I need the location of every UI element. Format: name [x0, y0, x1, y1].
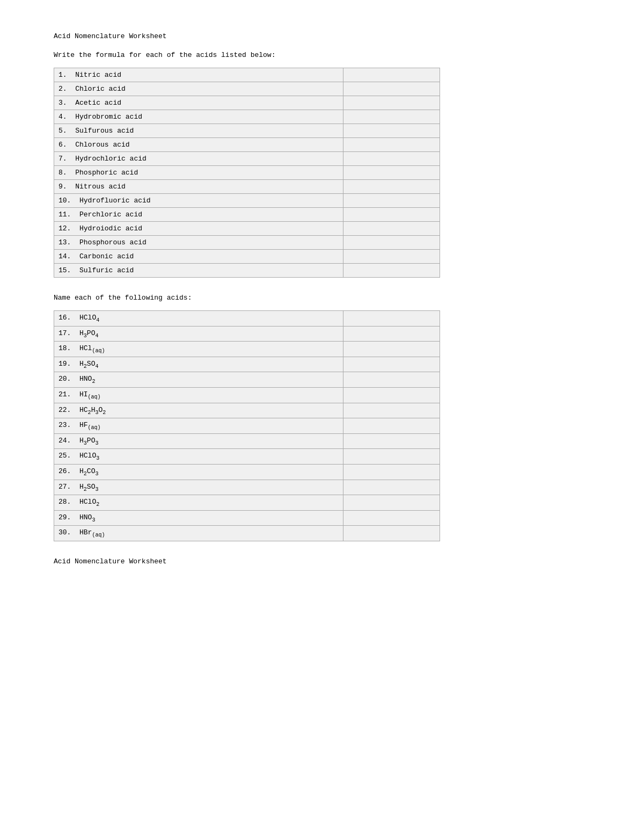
table-row: 24. H3PO3: [54, 433, 440, 449]
answer-cell[interactable]: [343, 433, 440, 449]
table-row: 27. H2SO3: [54, 480, 440, 495]
row-label: 13. Phosphorous acid: [54, 236, 343, 250]
row-formula: 23. HF(aq): [54, 418, 343, 434]
row-label: 5. Sulfurous acid: [54, 124, 343, 138]
answer-cell[interactable]: [343, 510, 440, 526]
row-label: 12. Hydroiodic acid: [54, 222, 343, 236]
answer-cell[interactable]: [343, 82, 440, 96]
table-row: 23. HF(aq): [54, 418, 440, 434]
table-row: 5. Sulfurous acid: [54, 124, 440, 138]
row-formula: 25. HClO3: [54, 449, 343, 465]
table-row: 26. H2CO3: [54, 464, 440, 480]
answer-cell[interactable]: [343, 166, 440, 180]
table-row: 30. HBr(aq): [54, 526, 440, 541]
answer-cell[interactable]: [343, 250, 440, 264]
table-row: 16. HClO4: [54, 311, 440, 327]
page-title: Acid Nomenclature Worksheet: [54, 32, 590, 40]
answer-cell[interactable]: [343, 222, 440, 236]
answer-cell[interactable]: [343, 387, 440, 403]
row-label: 15. Sulfuric acid: [54, 264, 343, 278]
answer-cell[interactable]: [343, 96, 440, 110]
table-row: 8. Phosphoric acid: [54, 166, 440, 180]
answer-cell[interactable]: [343, 495, 440, 511]
table-row: 14. Carbonic acid: [54, 250, 440, 264]
table-row: 13. Phosphorous acid: [54, 236, 440, 250]
answer-cell[interactable]: [343, 180, 440, 194]
answer-cell[interactable]: [343, 236, 440, 250]
answer-cell[interactable]: [343, 357, 440, 372]
table-row: 1. Nitric acid: [54, 68, 440, 82]
table-row: 28. HClO2: [54, 495, 440, 511]
answer-cell[interactable]: [343, 372, 440, 388]
answer-cell[interactable]: [343, 194, 440, 208]
row-formula: 26. H2CO3: [54, 464, 343, 480]
answer-cell[interactable]: [343, 110, 440, 124]
table-row: 2. Chloric acid: [54, 82, 440, 96]
row-formula: 28. HClO2: [54, 495, 343, 511]
section1-instruction: Write the formula for each of the acids …: [54, 51, 590, 59]
table-row: 18. HCl(aq): [54, 342, 440, 357]
table-row: 19. H2SO4: [54, 357, 440, 372]
row-label: 2. Chloric acid: [54, 82, 343, 96]
row-label: 4. Hydrobromic acid: [54, 110, 343, 124]
table-row: 4. Hydrobromic acid: [54, 110, 440, 124]
answer-cell[interactable]: [343, 68, 440, 82]
row-label: 6. Chlorous acid: [54, 138, 343, 152]
table-row: 7. Hydrochloric acid: [54, 152, 440, 166]
section2-instruction: Name each of the following acids:: [54, 294, 590, 302]
row-formula: 29. HNO3: [54, 510, 343, 526]
answer-cell[interactable]: [343, 326, 440, 342]
table-row: 15. Sulfuric acid: [54, 264, 440, 278]
answer-cell[interactable]: [343, 403, 440, 418]
table-row: 10. Hydrofluoric acid: [54, 194, 440, 208]
answer-cell[interactable]: [343, 124, 440, 138]
answer-cell[interactable]: [343, 449, 440, 465]
row-label: 14. Carbonic acid: [54, 250, 343, 264]
answer-cell[interactable]: [343, 480, 440, 495]
table-row: 9. Nitrous acid: [54, 180, 440, 194]
answer-cell[interactable]: [343, 342, 440, 357]
row-label: 9. Nitrous acid: [54, 180, 343, 194]
answer-cell[interactable]: [343, 152, 440, 166]
answer-cell[interactable]: [343, 418, 440, 434]
row-formula: 17. H3PO4: [54, 326, 343, 342]
row-formula: 22. HC2H3O2: [54, 403, 343, 418]
row-label: 3. Acetic acid: [54, 96, 343, 110]
row-formula: 16. HClO4: [54, 311, 343, 327]
answer-cell[interactable]: [343, 464, 440, 480]
row-formula: 24. H3PO3: [54, 433, 343, 449]
answer-cell[interactable]: [343, 138, 440, 152]
row-label: 11. Perchloric acid: [54, 208, 343, 222]
table-row: 21. HI(aq): [54, 387, 440, 403]
answer-cell[interactable]: [343, 526, 440, 541]
row-formula: 19. H2SO4: [54, 357, 343, 372]
row-label: 1. Nitric acid: [54, 68, 343, 82]
answer-cell[interactable]: [343, 208, 440, 222]
row-formula: 27. H2SO3: [54, 480, 343, 495]
table-row: 22. HC2H3O2: [54, 403, 440, 418]
table-row: 3. Acetic acid: [54, 96, 440, 110]
row-formula: 18. HCl(aq): [54, 342, 343, 357]
table-row: 17. H3PO4: [54, 326, 440, 342]
page-footer: Acid Nomenclature Worksheet: [54, 557, 590, 565]
table-row: 20. HNO2: [54, 372, 440, 388]
table-row: 25. HClO3: [54, 449, 440, 465]
row-formula: 20. HNO2: [54, 372, 343, 388]
section2-table: 16. HClO417. H3PO418. HCl(aq)19. H2SO420…: [54, 310, 440, 541]
answer-cell[interactable]: [343, 311, 440, 327]
table-row: 6. Chlorous acid: [54, 138, 440, 152]
row-formula: 30. HBr(aq): [54, 526, 343, 541]
table-row: 11. Perchloric acid: [54, 208, 440, 222]
section1-table: 1. Nitric acid2. Chloric acid3. Acetic a…: [54, 68, 440, 278]
table-row: 12. Hydroiodic acid: [54, 222, 440, 236]
row-formula: 21. HI(aq): [54, 387, 343, 403]
row-label: 7. Hydrochloric acid: [54, 152, 343, 166]
answer-cell[interactable]: [343, 264, 440, 278]
row-label: 8. Phosphoric acid: [54, 166, 343, 180]
table-row: 29. HNO3: [54, 510, 440, 526]
row-label: 10. Hydrofluoric acid: [54, 194, 343, 208]
